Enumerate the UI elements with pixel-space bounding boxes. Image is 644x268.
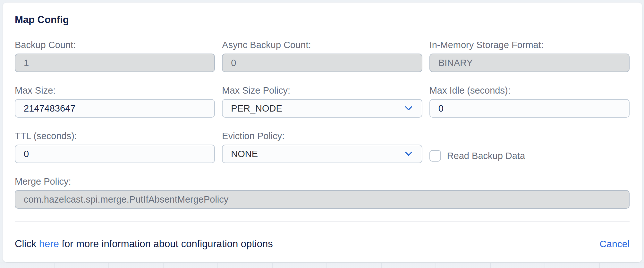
max-size-policy-label: Max Size Policy:	[222, 86, 422, 95]
chevron-down-icon	[403, 103, 414, 114]
merge-policy-label: Merge Policy:	[15, 177, 630, 186]
field-ttl: TTL (seconds):	[15, 131, 215, 163]
field-backup-count: Backup Count:	[15, 40, 215, 72]
more-info-text: Click here for more information about co…	[15, 238, 273, 250]
field-read-backup-data: Read Backup Data	[429, 147, 630, 165]
info-text-after-link: for more information about configuration…	[62, 238, 273, 249]
max-size-policy-selected-value: PER_NODE	[231, 103, 282, 114]
merge-policy-input	[15, 190, 630, 209]
field-merge-policy: Merge Policy:	[15, 177, 630, 209]
in-memory-storage-format-input	[429, 54, 630, 72]
ttl-input[interactable]	[15, 145, 215, 163]
chevron-down-icon	[403, 148, 414, 159]
max-size-policy-select[interactable]: PER_NODE	[222, 99, 422, 118]
footer-divider	[15, 222, 630, 222]
max-size-input[interactable]	[15, 99, 215, 118]
field-max-idle: Max Idle (seconds):	[429, 86, 630, 118]
in-memory-storage-format-label: In-Memory Storage Format:	[429, 40, 630, 50]
field-async-backup-count: Async Backup Count:	[222, 40, 422, 72]
cancel-button[interactable]: Cancel	[600, 239, 630, 249]
read-backup-data-label: Read Backup Data	[447, 151, 525, 161]
field-max-size: Max Size:	[15, 86, 215, 118]
field-max-size-policy: Max Size Policy: PER_NODE	[222, 86, 422, 118]
eviction-policy-label: Eviction Policy:	[222, 131, 422, 141]
max-idle-input[interactable]	[429, 99, 630, 118]
field-eviction-policy: Eviction Policy: NONE	[222, 131, 422, 163]
background-table-strip	[0, 263, 644, 268]
read-backup-data-checkbox[interactable]	[429, 150, 441, 162]
ttl-label: TTL (seconds):	[15, 131, 215, 141]
panel-footer: Click here for more information about co…	[15, 238, 630, 250]
info-text-before-link: Click	[15, 238, 36, 249]
panel-title: Map Config	[15, 15, 630, 25]
max-idle-label: Max Idle (seconds):	[429, 86, 630, 95]
max-size-label: Max Size:	[15, 86, 215, 95]
backup-count-label: Backup Count:	[15, 40, 215, 50]
field-in-memory-storage-format: In-Memory Storage Format:	[429, 40, 630, 72]
async-backup-count-label: Async Backup Count:	[222, 40, 422, 50]
eviction-policy-select[interactable]: NONE	[222, 145, 422, 163]
async-backup-count-input	[222, 54, 422, 72]
eviction-policy-selected-value: NONE	[231, 149, 258, 159]
backup-count-input	[15, 54, 215, 72]
map-config-form: Backup Count: Async Backup Count: In-Mem…	[15, 40, 630, 209]
more-info-link[interactable]: here	[39, 238, 59, 249]
map-config-panel: Map Config Backup Count: Async Backup Co…	[3, 3, 642, 262]
